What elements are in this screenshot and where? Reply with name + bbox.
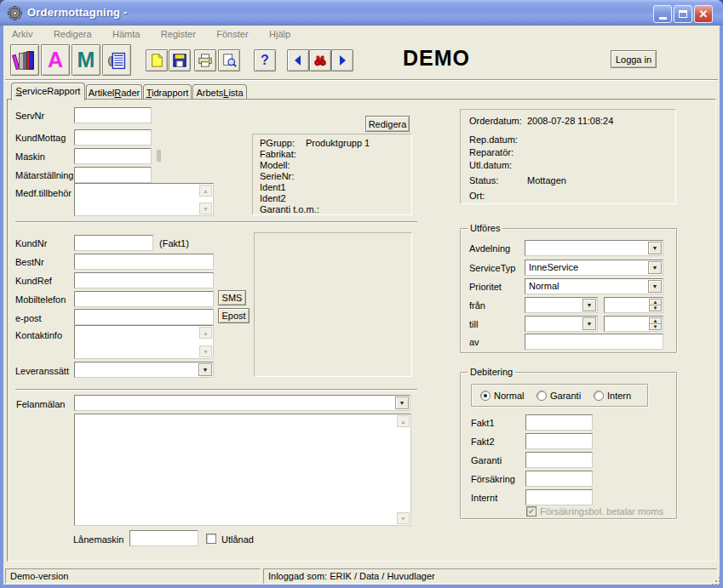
felanmalan-textarea[interactable] bbox=[74, 414, 411, 526]
close-icon: ✕ bbox=[699, 9, 709, 20]
spin-down-icon[interactable] bbox=[649, 323, 662, 331]
scroll-up-icon[interactable] bbox=[199, 327, 212, 339]
menu-arkiv[interactable]: Arkiv bbox=[3, 26, 41, 41]
scroll-up-icon[interactable] bbox=[199, 185, 212, 197]
minimize-button[interactable] bbox=[653, 5, 672, 23]
gear-icon[interactable] bbox=[8, 6, 22, 20]
epost-input[interactable] bbox=[74, 309, 214, 325]
help-button[interactable]: ? bbox=[254, 49, 276, 71]
prioritet-combo[interactable]: Normal bbox=[525, 278, 663, 294]
chevron-down-icon[interactable] bbox=[648, 280, 662, 293]
previous-record-button[interactable] bbox=[287, 49, 309, 71]
print-button[interactable] bbox=[194, 49, 216, 71]
garanti-input[interactable] bbox=[525, 452, 593, 468]
menu-redigera[interactable]: Redigera bbox=[45, 26, 100, 41]
forsakring-input[interactable] bbox=[525, 471, 593, 487]
epost-button[interactable]: Epost bbox=[218, 308, 250, 323]
close-button[interactable]: ✕ bbox=[694, 5, 713, 23]
phone-list-icon bbox=[104, 48, 129, 73]
toolbar-divider bbox=[5, 79, 718, 81]
felanmalan-combo[interactable] bbox=[74, 395, 410, 411]
fakt2-label: Fakt2 bbox=[471, 437, 495, 448]
reparator-label: Reparatör: bbox=[469, 147, 514, 158]
spin-down-icon[interactable] bbox=[649, 305, 662, 312]
servnr-input[interactable] bbox=[74, 107, 152, 123]
tab-servicerapport[interactable]: ServiceRapport bbox=[11, 83, 85, 100]
avdelning-combo[interactable] bbox=[525, 240, 663, 256]
servicetyp-combo[interactable]: InneService bbox=[525, 260, 663, 276]
print-preview-button[interactable] bbox=[218, 49, 240, 71]
kontaktinfo-label: Kontaktinfo bbox=[15, 330, 62, 341]
till-time-spinner[interactable] bbox=[604, 316, 663, 332]
new-button[interactable] bbox=[146, 49, 168, 71]
menu-hjalp[interactable]: Hjälp bbox=[261, 26, 299, 41]
find-button[interactable] bbox=[309, 49, 331, 71]
matarstallning-label: Mätarställning bbox=[15, 170, 73, 181]
login-button[interactable]: Logga in bbox=[611, 50, 657, 68]
medf-tillbehor-textarea[interactable] bbox=[74, 183, 214, 216]
mobiltelefon-input[interactable] bbox=[74, 291, 214, 307]
moms-checkbox-label: Försäkringsbol. betalar moms bbox=[540, 506, 663, 517]
kundnr-input[interactable] bbox=[74, 235, 153, 251]
fran-time-spinner[interactable] bbox=[604, 297, 663, 313]
utlanad-checkbox[interactable] bbox=[206, 534, 216, 544]
radio-garanti[interactable] bbox=[537, 391, 547, 401]
maskin-indicator bbox=[157, 150, 161, 162]
books-button[interactable] bbox=[10, 44, 39, 76]
letter-a-button[interactable]: A bbox=[41, 44, 70, 76]
matarstallning-input[interactable] bbox=[74, 167, 152, 183]
av-input[interactable] bbox=[525, 334, 663, 350]
leveranssatt-combo[interactable] bbox=[74, 362, 214, 378]
menu-hamta[interactable]: Hämta bbox=[104, 26, 148, 41]
maximize-button[interactable] bbox=[674, 5, 692, 23]
moms-checkbox[interactable]: ✔ bbox=[526, 506, 537, 517]
kundref-input[interactable] bbox=[74, 272, 214, 288]
scroll-up-icon[interactable] bbox=[397, 415, 410, 427]
fakt2-input[interactable] bbox=[525, 433, 593, 449]
sms-button[interactable]: SMS bbox=[218, 290, 246, 305]
utfores-group: Utföres Avdelning ServiceTyp InneService… bbox=[460, 228, 677, 353]
kundmottag-label: KundMottag bbox=[15, 133, 66, 144]
menu-register[interactable]: Register bbox=[152, 26, 204, 41]
new-document-icon bbox=[149, 53, 164, 68]
lanemaskin-input[interactable] bbox=[129, 530, 198, 546]
statusbar-version: Demo-version bbox=[5, 568, 261, 584]
next-record-button[interactable] bbox=[331, 49, 353, 71]
tab-arbetslista[interactable]: ArbetsLista bbox=[192, 84, 247, 100]
bestnr-input[interactable] bbox=[74, 254, 214, 270]
chevron-down-icon[interactable] bbox=[395, 397, 409, 409]
maskin-input[interactable] bbox=[74, 148, 152, 164]
chevron-down-icon[interactable] bbox=[648, 242, 662, 254]
chevron-down-icon[interactable] bbox=[582, 317, 596, 330]
resize-grip-icon[interactable] bbox=[710, 575, 721, 586]
kontaktinfo-textarea[interactable] bbox=[74, 325, 214, 359]
letter-m-button[interactable]: M bbox=[72, 44, 100, 76]
pgrupp-label: PGrupp: bbox=[260, 138, 295, 149]
ident2-label: Ident2 bbox=[260, 193, 286, 204]
scroll-down-icon[interactable] bbox=[199, 345, 212, 357]
fran-combo[interactable] bbox=[525, 297, 598, 313]
internt-input[interactable] bbox=[525, 489, 593, 505]
servnr-label: ServNr bbox=[15, 111, 44, 122]
menu-fonster[interactable]: Fönster bbox=[208, 26, 256, 41]
scroll-down-icon[interactable] bbox=[397, 512, 410, 524]
bestnr-label: BestNr bbox=[15, 257, 44, 268]
till-combo[interactable] bbox=[525, 316, 598, 332]
save-button[interactable] bbox=[169, 49, 191, 71]
statusbar-login-info: Inloggad som: ERIK / Data / Huvudlager bbox=[263, 568, 717, 584]
chevron-down-icon[interactable] bbox=[648, 261, 662, 274]
chevron-down-icon[interactable] bbox=[582, 299, 596, 311]
tab-artikelrader[interactable]: ArtikelRader bbox=[86, 84, 142, 100]
fakt1-input[interactable] bbox=[525, 414, 593, 431]
chevron-down-icon[interactable] bbox=[198, 363, 212, 376]
debitering-title: Debitering bbox=[468, 367, 515, 378]
customer-display-panel bbox=[254, 232, 412, 377]
edit-product-button[interactable]: Redigera bbox=[365, 116, 410, 132]
radio-intern[interactable] bbox=[594, 391, 604, 401]
kundmottag-input[interactable] bbox=[74, 129, 152, 146]
radio-normal[interactable] bbox=[480, 391, 491, 401]
forsakring-label: Försäkring bbox=[471, 474, 515, 485]
phone-list-button[interactable] bbox=[102, 44, 131, 76]
scroll-down-icon[interactable] bbox=[199, 203, 212, 214]
tab-tidrapport[interactable]: Tidrapport bbox=[143, 84, 192, 100]
